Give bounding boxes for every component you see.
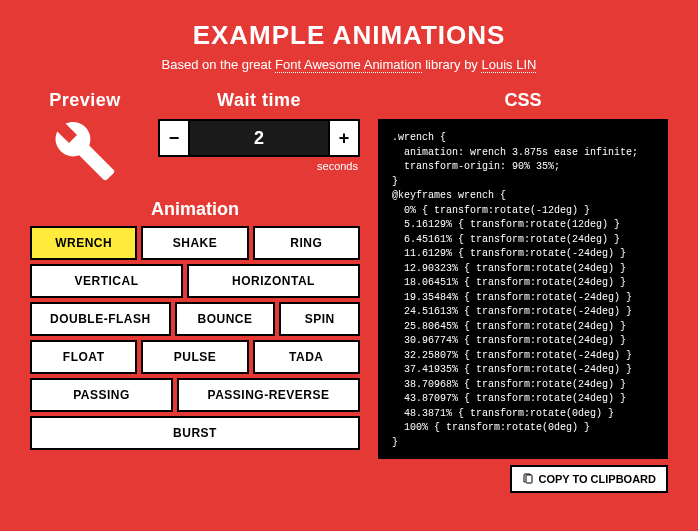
subtitle-prefix: Based on the great: [162, 57, 275, 72]
subtitle-mid: library by: [422, 57, 482, 72]
page-title: Example animations: [30, 20, 668, 51]
wait-decrement[interactable]: −: [160, 121, 188, 155]
anim-btn-float[interactable]: FLOAT: [30, 340, 137, 374]
anim-btn-spin[interactable]: SPIN: [279, 302, 360, 336]
clipboard-icon: [522, 473, 534, 485]
anim-btn-wrench[interactable]: WRENCH: [30, 226, 137, 260]
css-code[interactable]: .wrench { animation: wrench 3.875s ease …: [378, 119, 668, 459]
wrench-icon: [53, 119, 117, 183]
animation-grid: WRENCHSHAKERINGVERTICALHORIZONTALDOUBLE-…: [30, 226, 360, 450]
wait-value[interactable]: 2: [188, 121, 330, 155]
anim-btn-ring[interactable]: RING: [253, 226, 360, 260]
animation-heading: Animation: [30, 199, 360, 220]
copy-button[interactable]: COPY TO CLIPBOARD: [510, 465, 668, 493]
anim-btn-passing[interactable]: PASSING: [30, 378, 173, 412]
copy-label: COPY TO CLIPBOARD: [538, 473, 656, 485]
page-subtitle: Based on the great Font Awesome Animatio…: [30, 57, 668, 72]
anim-btn-vertical[interactable]: VERTICAL: [30, 264, 183, 298]
anim-btn-pulse[interactable]: PULSE: [141, 340, 248, 374]
preview-heading: Preview: [30, 90, 140, 111]
anim-btn-bounce[interactable]: BOUNCE: [175, 302, 276, 336]
css-heading: CSS: [378, 90, 668, 111]
svg-rect-0: [526, 475, 532, 483]
author-link[interactable]: Louis LIN: [481, 57, 536, 73]
anim-btn-burst[interactable]: BURST: [30, 416, 360, 450]
wait-stepper: − 2 +: [158, 119, 360, 157]
wait-unit: seconds: [158, 160, 360, 172]
anim-btn-passing-reverse[interactable]: PASSING-REVERSE: [177, 378, 360, 412]
lib-link[interactable]: Font Awesome Animation: [275, 57, 421, 73]
anim-btn-tada[interactable]: TADA: [253, 340, 360, 374]
wait-heading: Wait time: [158, 90, 360, 111]
anim-btn-horizontal[interactable]: HORIZONTAL: [187, 264, 360, 298]
anim-btn-double-flash[interactable]: DOUBLE-FLASH: [30, 302, 171, 336]
wait-increment[interactable]: +: [330, 121, 358, 155]
anim-btn-shake[interactable]: SHAKE: [141, 226, 248, 260]
